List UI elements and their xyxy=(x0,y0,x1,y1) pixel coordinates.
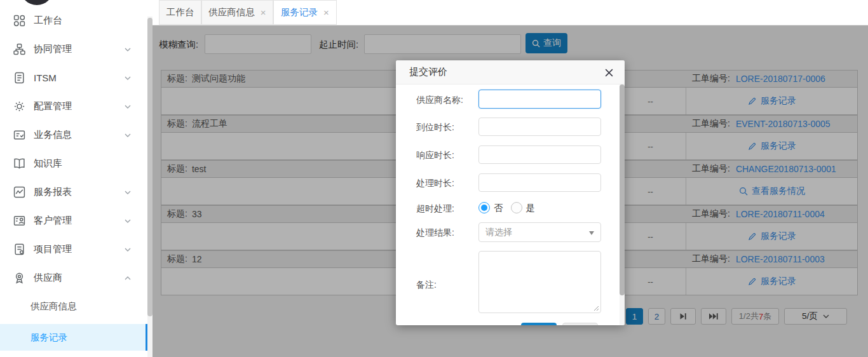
radio-no[interactable] xyxy=(478,202,490,213)
medal-icon xyxy=(13,272,25,284)
chevron-down-icon xyxy=(125,76,131,80)
sidebar-item-label: 工作台 xyxy=(34,15,62,27)
sidebar-item-label: 服务报表 xyxy=(34,186,72,198)
sidebar-scrollbar-thumb[interactable] xyxy=(147,18,153,316)
submit-evaluation-modal: 提交评价 供应商名称: 到位时长: 响应时长: 处理时长: 超时处理: 否 是 … xyxy=(396,60,625,325)
sidebar-item-label: 业务信息 xyxy=(34,129,72,141)
close-icon[interactable] xyxy=(602,66,615,79)
close-icon[interactable]: × xyxy=(261,7,266,18)
select-placeholder: 请选择 xyxy=(485,227,512,238)
remark-label: 备注: xyxy=(416,280,437,291)
sidebar-item-workbench[interactable]: 工作台 xyxy=(0,6,147,35)
app-root: 工作台 协同管理 ITSM xyxy=(0,0,868,357)
response-duration-label: 响应时长: xyxy=(416,150,454,161)
timeout-radio-group: 否 是 xyxy=(478,201,535,214)
radio-no-label: 否 xyxy=(494,202,503,214)
handle-result-label: 处理结果: xyxy=(416,227,454,239)
handle-duration-label: 处理时长: xyxy=(416,178,454,189)
grid-icon xyxy=(13,15,25,27)
sidebar-item-label: 供应商 xyxy=(34,272,62,284)
sidebar-item-itsm[interactable]: ITSM xyxy=(0,64,147,92)
sidebar-nav: 工作台 协同管理 ITSM xyxy=(0,6,147,351)
sidebar-subitem-supplier-info[interactable]: 供应商信息 xyxy=(0,292,147,320)
sidebar-item-label: 协同管理 xyxy=(34,43,72,55)
sidebar-item-business-info[interactable]: 业务信息 xyxy=(0,121,147,149)
tab-label: 供应商信息 xyxy=(208,6,255,18)
modal-title: 提交评价 xyxy=(409,66,447,78)
project-icon xyxy=(13,243,25,255)
sidebar-item-project-mgmt[interactable]: 项目管理 xyxy=(0,235,147,264)
tab-supplier-info[interactable]: 供应商信息 × xyxy=(201,0,273,25)
supplier-name-label: 供应商名称: xyxy=(416,95,463,106)
sidebar-subitem-label: 供应商信息 xyxy=(31,300,77,313)
supplier-name-input[interactable] xyxy=(478,90,601,109)
sidebar-item-collaboration[interactable]: 协同管理 xyxy=(0,35,147,64)
remark-textarea[interactable] xyxy=(478,251,601,313)
chevron-down-icon xyxy=(125,219,131,223)
sidebar-item-configuration[interactable]: 配置管理 xyxy=(0,92,147,121)
arrival-duration-label: 到位时长: xyxy=(416,122,454,133)
chevron-down-icon xyxy=(125,248,131,252)
sidebar-item-label: 配置管理 xyxy=(34,100,72,112)
modal-confirm-button-partial[interactable] xyxy=(521,323,557,325)
sidebar-subitem-label: 服务记录 xyxy=(31,332,67,344)
radio-yes[interactable] xyxy=(511,202,522,213)
close-icon[interactable]: × xyxy=(323,7,329,18)
card-icon xyxy=(13,129,25,141)
sidebar-item-service-report[interactable]: 服务报表 xyxy=(0,178,147,206)
tab-bar: 工作台 供应商信息 × 服务记录 × xyxy=(153,0,868,25)
book-icon xyxy=(13,158,25,170)
customer-icon xyxy=(13,215,25,227)
org-icon xyxy=(13,43,25,55)
sidebar: 工作台 协同管理 ITSM xyxy=(0,0,153,357)
modal-scrollbar-thumb[interactable] xyxy=(620,84,625,295)
timeout-handle-label: 超时处理: xyxy=(416,203,454,215)
arrival-duration-input[interactable] xyxy=(478,118,601,136)
doc-icon xyxy=(13,72,25,84)
chevron-down-icon xyxy=(125,191,131,194)
gear-icon xyxy=(13,100,25,112)
modal-header: 提交评价 xyxy=(396,60,625,84)
handle-duration-input[interactable] xyxy=(478,173,601,192)
chevron-down-icon xyxy=(125,105,131,109)
tab-label: 工作台 xyxy=(166,6,194,18)
chevron-up-icon xyxy=(125,276,131,280)
sidebar-item-knowledge-base[interactable]: 知识库 xyxy=(0,149,147,178)
sidebar-item-customer-mgmt[interactable]: 客户管理 xyxy=(0,206,147,235)
modal-cancel-button-partial[interactable] xyxy=(562,323,598,325)
sidebar-item-label: ITSM xyxy=(34,72,57,83)
radio-yes-label: 是 xyxy=(526,202,536,214)
logo-avatar xyxy=(20,0,53,5)
sidebar-item-supplier[interactable]: 供应商 xyxy=(0,264,147,292)
sidebar-subitem-service-record[interactable]: 服务记录 xyxy=(0,324,147,351)
response-duration-input[interactable] xyxy=(478,145,601,164)
select-arrow-icon xyxy=(589,231,594,235)
sidebar-item-label: 项目管理 xyxy=(34,243,72,255)
tab-workbench[interactable]: 工作台 xyxy=(159,0,201,25)
tab-label: 服务记录 xyxy=(281,6,318,18)
chevron-down-icon xyxy=(125,48,131,51)
sidebar-item-label: 客户管理 xyxy=(34,215,72,227)
tab-service-record[interactable]: 服务记录 × xyxy=(273,0,337,25)
handle-result-select[interactable]: 请选择 xyxy=(478,222,601,242)
chevron-down-icon xyxy=(125,133,131,137)
sidebar-item-label: 知识库 xyxy=(34,158,62,170)
chart-icon xyxy=(13,186,25,198)
